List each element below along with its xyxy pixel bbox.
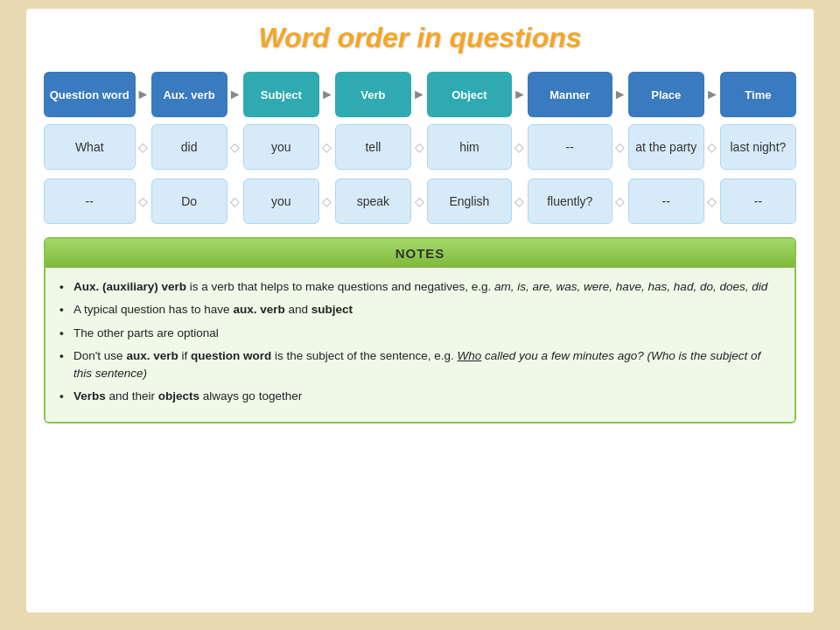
arrow-5: ► [512, 86, 528, 103]
header-object: Object [427, 72, 512, 117]
page-title: Word order in questions [44, 22, 796, 54]
header-place: Place [628, 72, 704, 117]
data-arrow-1-4: ◇ [411, 140, 427, 154]
data-arrow-1-7: ◇ [704, 140, 720, 154]
arrow-7: ► [704, 86, 720, 103]
row2-aux: Do [151, 178, 228, 224]
data-row-2: -- ◇ Do ◇ you ◇ speak ◇ English ◇ fluent… [44, 178, 796, 224]
data-arrow-1-5: ◇ [512, 140, 528, 154]
row1-aux: did [151, 124, 228, 170]
row2-subject: you [243, 178, 319, 224]
row1-object: him [427, 124, 512, 170]
notes-body: Aux. (auxiliary) verb is a verb that hel… [46, 268, 794, 422]
header-aux-verb: Aux. verb [151, 72, 228, 117]
data-arrow-2-3: ◇ [319, 194, 335, 208]
data-arrow-2-7: ◇ [704, 194, 720, 208]
arrow-4: ► [411, 86, 427, 103]
header-row: Question word ► Aux. verb ► Subject ► Ve… [44, 72, 796, 117]
header-verb: Verb [335, 72, 411, 117]
row1-verb: tell [335, 124, 411, 170]
header-manner: Manner [528, 72, 612, 117]
arrow-3: ► [319, 86, 335, 103]
row2-object: English [427, 178, 512, 224]
notes-header: NOTES [46, 239, 794, 268]
data-arrow-2-4: ◇ [411, 194, 427, 208]
data-arrow-2-1: ◇ [136, 194, 151, 208]
row1-manner: -- [528, 124, 612, 170]
header-subject: Subject [243, 72, 319, 117]
row2-place: -- [628, 178, 704, 224]
header-time: Time [720, 72, 796, 117]
row2-verb: speak [335, 178, 411, 224]
data-arrow-2-2: ◇ [228, 194, 243, 208]
row1-place: at the party [628, 124, 704, 170]
note-item-2: A typical question has to have aux. verb… [60, 301, 780, 318]
row1-subject: you [243, 124, 319, 170]
note-item-4: Don't use aux. verb if question word is … [60, 347, 780, 383]
row2-manner: fluently? [528, 178, 612, 224]
arrow-6: ► [612, 86, 628, 103]
note-item-5: Verbs and their objects always go togeth… [60, 388, 780, 405]
note-item-1: Aux. (auxiliary) verb is a verb that hel… [60, 278, 780, 296]
notes-section: NOTES Aux. (auxiliary) verb is a verb th… [44, 237, 796, 424]
row1-question: What [44, 124, 136, 170]
data-arrow-1-1: ◇ [136, 140, 151, 154]
row1-time: last night? [720, 124, 796, 170]
note-item-3: The other parts are optional [60, 325, 780, 342]
row2-time: -- [720, 178, 796, 224]
data-arrow-1-6: ◇ [612, 140, 628, 154]
data-row-1: What ◇ did ◇ you ◇ tell ◇ him ◇ -- ◇ at … [44, 124, 796, 170]
data-arrow-1-2: ◇ [228, 140, 243, 154]
row2-question: -- [44, 178, 136, 224]
data-arrow-2-5: ◇ [512, 194, 528, 208]
arrow-1: ► [136, 86, 151, 103]
data-arrow-2-6: ◇ [612, 194, 628, 208]
data-arrow-1-3: ◇ [319, 140, 335, 154]
header-question-word: Question word [44, 72, 136, 117]
arrow-2: ► [228, 86, 243, 103]
